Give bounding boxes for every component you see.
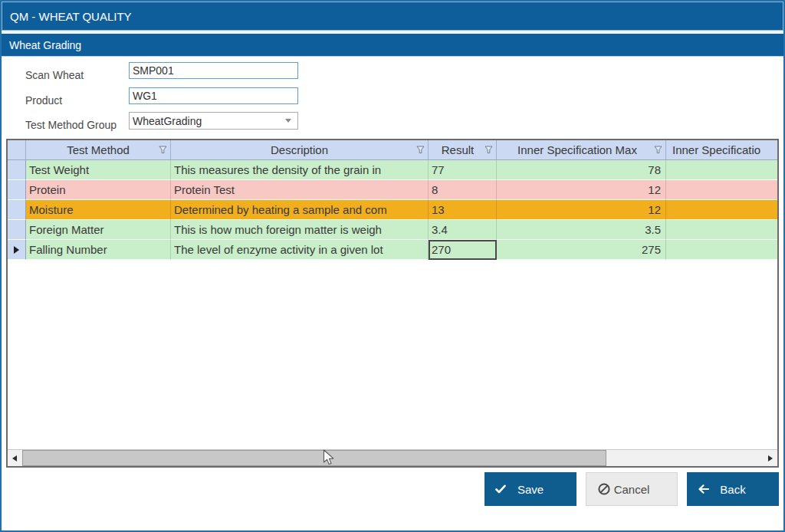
cell-test-method[interactable]: Falling Number [26, 240, 171, 260]
check-icon [495, 484, 506, 494]
column-header-label: Inner Specificatio [672, 143, 760, 156]
table-row: Test Weight This measures the density of… [8, 160, 777, 180]
column-header-label: Test Method [67, 143, 130, 156]
cell-result[interactable]: 77 [429, 160, 497, 180]
cell-result[interactable]: 3.4 [429, 220, 497, 240]
cell-description[interactable]: The level of enzyme activity in a given … [171, 240, 429, 260]
cell-result[interactable]: 13 [429, 200, 497, 220]
scan-wheat-label: Scan Wheat [25, 69, 84, 81]
page-header: Wheat Grading [2, 34, 783, 57]
row-selector-header [8, 140, 26, 159]
back-button-label: Back [720, 483, 745, 496]
table-row: Protein Protein Test 8 12 [8, 180, 777, 200]
filter-icon[interactable] [484, 146, 493, 154]
cell-result-focused[interactable]: 270 [429, 240, 497, 260]
table-row-current: Falling Number The level of enzyme activ… [8, 240, 777, 260]
cell-test-method[interactable]: Moisture [26, 200, 171, 220]
arrow-left-icon [698, 484, 710, 494]
save-button[interactable]: Save [484, 472, 576, 506]
cell-description[interactable]: Protein Test [171, 180, 429, 200]
save-button-label: Save [517, 483, 544, 496]
row-selector-cell[interactable] [8, 220, 26, 240]
grid-header-row: Test Method Description Result Inner Spe… [8, 140, 777, 160]
scroll-left-button[interactable] [8, 450, 21, 466]
window-title: QM - WHEAT QUALITY [10, 10, 132, 23]
cell-description[interactable]: This measures the density of the grain i… [171, 160, 429, 180]
page-title: Wheat Grading [9, 39, 81, 51]
cell-inner-spec-max[interactable]: 12 [497, 200, 666, 220]
cell-test-method[interactable]: Test Weight [26, 160, 171, 180]
mouse-cursor [323, 449, 335, 466]
window-titlebar[interactable]: QM - WHEAT QUALITY [2, 2, 783, 31]
back-button[interactable]: Back [687, 472, 779, 506]
row-selector-cell[interactable] [8, 160, 26, 180]
filter-icon[interactable] [654, 146, 662, 154]
column-header-inner-spec-2[interactable]: Inner Specificatio [666, 140, 777, 159]
cell-inner-spec-max[interactable]: 275 [497, 240, 666, 260]
table-row: Moisture Determined by heating a sample … [8, 200, 777, 220]
column-header-result[interactable]: Result [429, 140, 497, 159]
column-header-label: Description [271, 143, 328, 156]
column-header-label: Inner Specification Max [517, 143, 637, 156]
cell-description[interactable]: This is how much foreign matter is weigh [171, 220, 429, 240]
table-row: Foreign Matter This is how much foreign … [8, 220, 777, 240]
product-label: Product [25, 94, 62, 107]
row-selector-cell[interactable] [8, 200, 26, 220]
test-results-grid: Test Method Description Result Inner Spe… [6, 139, 779, 468]
arrow-right-icon [768, 455, 773, 461]
cancel-button-label: Cancel [614, 483, 650, 496]
cell-inner-spec-2[interactable] [666, 200, 777, 220]
filter-icon[interactable] [159, 146, 167, 154]
cell-inner-spec-max[interactable]: 12 [497, 180, 666, 200]
test-method-group-label: Test Method Group [25, 119, 117, 131]
cancel-button[interactable]: Cancel [586, 472, 678, 506]
column-header-label: Result [442, 143, 475, 156]
cell-test-method[interactable]: Protein [26, 180, 171, 200]
cell-inner-spec-2[interactable] [666, 180, 777, 200]
cell-description[interactable]: Determined by heating a sample and com [171, 200, 429, 220]
horizontal-scrollbar[interactable] [8, 449, 777, 466]
filter-icon[interactable] [416, 146, 425, 154]
cancel-icon [597, 482, 611, 496]
scan-wheat-input[interactable] [129, 62, 298, 79]
test-method-group-dropdown[interactable]: WheatGrading [129, 112, 298, 130]
scroll-right-button[interactable] [764, 450, 777, 466]
cell-inner-spec-2[interactable] [666, 220, 777, 240]
cell-inner-spec-2[interactable] [666, 160, 777, 180]
cell-inner-spec-max[interactable]: 3.5 [497, 220, 666, 240]
test-method-group-value: WheatGrading [133, 115, 202, 127]
cell-inner-spec-max[interactable]: 78 [497, 160, 666, 180]
cell-result[interactable]: 8 [429, 180, 497, 200]
column-header-inner-spec-max[interactable]: Inner Specification Max [497, 140, 666, 159]
current-row-indicator-icon [14, 246, 19, 254]
scrollbar-thumb[interactable] [22, 450, 606, 466]
cell-inner-spec-2[interactable] [666, 240, 777, 260]
row-selector-cell[interactable] [8, 240, 26, 260]
row-selector-cell[interactable] [8, 180, 26, 200]
chevron-down-icon [285, 119, 291, 123]
cell-test-method[interactable]: Foreign Matter [26, 220, 171, 240]
column-header-test-method[interactable]: Test Method [26, 140, 171, 159]
column-header-description[interactable]: Description [171, 140, 429, 159]
arrow-left-icon [12, 455, 17, 461]
product-input[interactable] [129, 87, 298, 104]
